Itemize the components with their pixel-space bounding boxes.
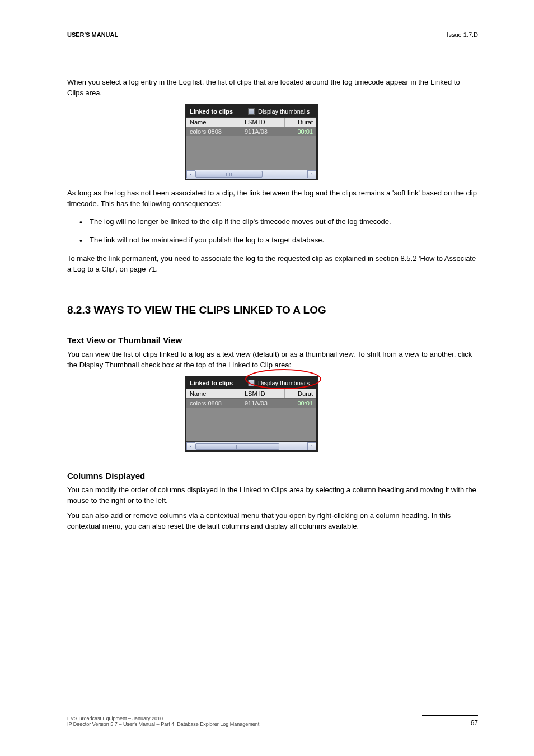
cell-lsm: 911A/03 bbox=[241, 127, 285, 136]
scroll-right-button[interactable]: › bbox=[307, 442, 316, 450]
widget-title: Linked to clips bbox=[186, 380, 248, 386]
footer-left-line1: EVS Broadcast Equipment – January 2010 bbox=[67, 716, 259, 721]
linked-to-clips-widget-2: Linked to clips Display thumbnails Name … bbox=[185, 376, 318, 452]
display-thumbnails-checkbox[interactable] bbox=[248, 108, 255, 115]
header-user-manual: USER'S MANUAL bbox=[67, 31, 118, 38]
heading-text-or-thumbnail: Text View or Thumbnail View bbox=[67, 335, 478, 345]
footer-page-number: 67 bbox=[471, 719, 478, 727]
cell-dur: 00:01 bbox=[285, 127, 316, 136]
scroll-left-button[interactable]: ‹ bbox=[186, 170, 195, 178]
heading-columns-displayed: Columns Displayed bbox=[67, 471, 478, 480]
rows-area: colors 0808 911A/03 00:01 bbox=[186, 127, 316, 170]
widget-title: Linked to clips bbox=[186, 108, 248, 115]
cell-name: colors 0808 bbox=[186, 399, 241, 408]
display-thumbnails-checkbox[interactable] bbox=[248, 380, 255, 386]
cell-dur: 00:01 bbox=[285, 399, 316, 408]
chevron-left-icon: ‹ bbox=[190, 171, 192, 177]
col-duration[interactable]: Durat bbox=[285, 118, 316, 127]
header-issue: Issue 1.7.D bbox=[447, 31, 478, 38]
scroll-track[interactable] bbox=[195, 442, 307, 450]
display-thumbnails-label: Display thumbnails bbox=[258, 108, 310, 115]
footer-left: EVS Broadcast Equipment – January 2010 I… bbox=[67, 716, 259, 727]
linked-to-clips-widget: Linked to clips Display thumbnails Name … bbox=[185, 104, 318, 180]
bullet-list: The log will no longer be linked to the … bbox=[67, 217, 478, 246]
col-lsm-id[interactable]: LSM ID bbox=[241, 389, 285, 398]
paragraph-softlink: As long as the log has not been associat… bbox=[67, 188, 478, 209]
col-name[interactable]: Name bbox=[186, 389, 241, 398]
heading-ways-to-view: 8.2.3 WAYS TO VIEW THE CLIPS LINKED TO A… bbox=[67, 304, 478, 316]
scroll-thumb[interactable] bbox=[195, 171, 263, 178]
bullet-item-1: The log will no longer be linked to the … bbox=[67, 217, 478, 227]
scroll-right-button[interactable]: › bbox=[307, 170, 316, 178]
rows-area: colors 0808 911A/03 00:01 bbox=[186, 399, 316, 441]
scroll-left-button[interactable]: ‹ bbox=[186, 442, 195, 450]
display-thumbnails-label: Display thumbnails bbox=[258, 380, 310, 386]
bullet-item-2: The link will not be maintained if you p… bbox=[67, 235, 478, 246]
figure-linked-to-clips-2: Linked to clips Display thumbnails Name … bbox=[185, 376, 478, 452]
intro-paragraph: When you select a log entry in the Log l… bbox=[67, 77, 478, 99]
cell-name: colors 0808 bbox=[186, 127, 241, 136]
chevron-right-icon: › bbox=[311, 444, 313, 449]
chevron-left-icon: ‹ bbox=[190, 444, 192, 449]
paragraph-columns-1: You can modify the order of columns disp… bbox=[67, 485, 478, 506]
column-headers: Name LSM ID Durat bbox=[186, 117, 316, 127]
column-headers: Name LSM ID Durat bbox=[186, 389, 316, 399]
scroll-thumb[interactable] bbox=[195, 443, 279, 450]
col-lsm-id[interactable]: LSM ID bbox=[241, 118, 285, 127]
col-name[interactable]: Name bbox=[186, 118, 241, 127]
horizontal-scrollbar[interactable]: ‹ › bbox=[186, 441, 316, 450]
clip-row[interactable]: colors 0808 911A/03 00:01 bbox=[186, 399, 316, 408]
page: USER'S MANUAL Issue 1.7.D When you selec… bbox=[0, 0, 534, 756]
horizontal-scrollbar[interactable]: ‹ › bbox=[186, 170, 316, 179]
paragraph-columns-2: You can also add or remove columns via a… bbox=[67, 511, 478, 532]
figure-linked-to-clips-1: Linked to clips Display thumbnails Name … bbox=[185, 104, 478, 180]
chevron-right-icon: › bbox=[311, 171, 313, 177]
paragraph-text-or-thumbnail: You can view the list of clips linked to… bbox=[67, 349, 478, 371]
cell-lsm: 911A/03 bbox=[241, 399, 285, 408]
col-duration[interactable]: Durat bbox=[285, 389, 316, 398]
footer-left-line2: IP Director Version 5.7 – User's Manual … bbox=[67, 721, 259, 727]
header-rule bbox=[422, 43, 478, 43]
paragraph-permanent-link: To make the link permanent, you need to … bbox=[67, 254, 478, 275]
footer-rule bbox=[422, 715, 478, 716]
clip-row[interactable]: colors 0808 911A/03 00:01 bbox=[186, 127, 316, 136]
scroll-track[interactable] bbox=[195, 170, 307, 178]
